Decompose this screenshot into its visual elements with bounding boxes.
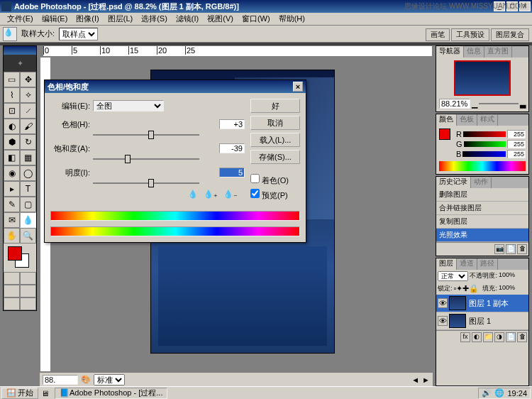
histogram-tab[interactable]: 直方图 (484, 46, 512, 58)
quicklaunch-icon[interactable]: 🖥 (41, 389, 49, 398)
pen-tool[interactable]: ✎ (4, 197, 20, 212)
paths-tab[interactable]: 路径 (477, 258, 498, 270)
stamp-tool[interactable]: ⬢ (4, 134, 20, 150)
layer-item[interactable]: 👁 图层 1 (436, 312, 528, 330)
b-slider[interactable] (462, 151, 506, 157)
styles-tab[interactable]: 样式 (477, 114, 498, 126)
history-item[interactable]: 复制图层 (436, 215, 528, 229)
hue-input[interactable] (219, 119, 245, 129)
menu-file[interactable]: 文件(E) (3, 13, 38, 24)
colorize-checkbox[interactable]: 着色(O) (250, 173, 300, 187)
type-tool[interactable]: T (20, 181, 36, 197)
eyedropper-tool-icon[interactable]: 💧 (3, 27, 17, 41)
opacity-value[interactable]: 100% (499, 271, 527, 281)
save-button[interactable]: 存储(S)... (250, 150, 300, 164)
toolbox-drag-handle[interactable] (4, 46, 36, 55)
eyedropper-add-icon[interactable]: 💧₊ (204, 190, 218, 199)
history-item[interactable]: 合并链接图层 (436, 202, 528, 215)
dialog-titlebar[interactable]: 色相/饱和度 × (45, 80, 306, 93)
navigator-tab[interactable]: 导航器 (436, 46, 464, 58)
layer-comps-tab[interactable]: 图层复合 (491, 28, 529, 41)
r-value[interactable]: 255 (507, 130, 526, 138)
edit-select[interactable]: 全图 (93, 100, 164, 111)
zoom-tool[interactable]: 🔍 (20, 228, 36, 244)
menu-filter[interactable]: 滤镜(I) (172, 13, 203, 24)
new-folder-icon[interactable]: 📁 (483, 332, 493, 342)
navigator-thumbnail[interactable] (454, 60, 511, 96)
preview-checkbox[interactable]: 预览(P) (250, 187, 300, 202)
menu-layer[interactable]: 图层(L) (104, 13, 137, 24)
menu-select[interactable]: 选择(S) (137, 13, 172, 24)
shape-tool[interactable]: ▢ (20, 197, 36, 212)
new-layer-icon[interactable]: 📄 (506, 332, 516, 342)
menu-help[interactable]: 帮助(H) (275, 13, 309, 24)
scroll-left-icon[interactable]: ◄ (411, 376, 419, 384)
screen-mode-1[interactable] (4, 285, 20, 297)
move-tool[interactable]: ✥ (20, 72, 36, 87)
notes-tool[interactable]: ✉ (4, 212, 20, 228)
layer-mask-icon[interactable]: ◐ (472, 332, 482, 342)
brush-tool[interactable]: 🖌 (20, 119, 36, 134)
blend-mode-select[interactable]: 正常 (438, 271, 468, 281)
swatches-tab[interactable]: 色板 (457, 114, 477, 126)
path-tool[interactable]: ▸ (4, 181, 20, 197)
layer-style-icon[interactable]: fx (460, 332, 470, 342)
history-tab[interactable]: 历史记录 (436, 177, 471, 188)
scroll-right-icon[interactable]: ► (422, 376, 430, 384)
new-snapshot-icon[interactable]: 📷 (494, 244, 504, 254)
blur-tool[interactable]: ◉ (4, 165, 20, 181)
lasso-tool[interactable]: ⌇ (4, 87, 20, 103)
history-item-active[interactable]: 光照效果 (436, 229, 528, 242)
cancel-button[interactable]: 取消 (250, 116, 300, 130)
screen-mode-3[interactable] (4, 297, 20, 310)
info-tab[interactable]: 信息 (464, 46, 484, 58)
sample-size-select[interactable]: 取样点 (59, 28, 98, 40)
lightness-input[interactable] (219, 168, 245, 177)
eyedropper-tool[interactable]: 💧 (20, 212, 36, 228)
dodge-tool[interactable]: ◯ (20, 165, 36, 181)
zoom-slider[interactable] (479, 103, 519, 104)
dialog-close-button[interactable]: × (293, 82, 303, 92)
quickmask-mode[interactable] (20, 272, 36, 285)
crop-tool[interactable]: ⊡ (4, 103, 20, 119)
menu-window[interactable]: 窗口(W) (238, 13, 275, 24)
tray-icon[interactable]: 🌐 (494, 388, 504, 398)
history-item[interactable]: 删除图层 (436, 188, 528, 202)
menu-image[interactable]: 图像(I) (72, 13, 103, 24)
color-tab[interactable]: 颜色 (436, 114, 457, 126)
screen-mode-2[interactable] (20, 285, 36, 297)
jump-to-button[interactable] (20, 297, 36, 310)
wand-tool[interactable]: ✧ (20, 87, 36, 103)
trash-icon[interactable]: 🗑 (517, 244, 527, 254)
status-mode-select[interactable]: 标准 (94, 374, 125, 386)
visibility-icon[interactable]: 👁 (438, 298, 448, 308)
eyedropper-icon[interactable]: 💧 (188, 190, 198, 199)
b-value[interactable]: 255 (507, 150, 526, 158)
adjustment-icon[interactable]: ◑ (494, 332, 504, 342)
r-slider[interactable] (463, 131, 506, 137)
zoom-out-icon[interactable]: ▁ (472, 99, 477, 109)
lock-icons[interactable]: ▫✦✚🔒 (454, 284, 480, 293)
eraser-tool[interactable]: ◧ (4, 150, 20, 165)
menu-view[interactable]: 视图(V) (203, 13, 238, 24)
tray-icon[interactable]: 🔊 (482, 388, 492, 398)
g-slider[interactable] (464, 141, 506, 147)
load-button[interactable]: 载入(L)... (250, 133, 300, 147)
tool-presets-tab[interactable]: 工具预设 (451, 28, 489, 41)
taskbar-task[interactable]: 📘 Adobe Photoshop - [过程... (55, 388, 167, 399)
color-fg-swatch[interactable] (439, 129, 450, 140)
layers-tab[interactable]: 图层 (436, 258, 457, 270)
history-brush-tool[interactable]: ↻ (20, 134, 36, 150)
brushes-tab[interactable]: 画笔 (426, 28, 450, 41)
fill-value[interactable]: 100% (499, 284, 527, 293)
g-value[interactable]: 255 (507, 140, 526, 148)
hue-slider[interactable] (93, 134, 199, 136)
actions-tab[interactable]: 动作 (471, 177, 492, 188)
slice-tool[interactable]: ⟋ (20, 103, 36, 119)
color-ramp[interactable] (439, 161, 526, 171)
layer-item-active[interactable]: 👁 图层 1 副本 (436, 295, 528, 312)
heal-tool[interactable]: ◐ (4, 119, 20, 134)
gradient-tool[interactable]: ▦ (20, 150, 36, 165)
eyedropper-sub-icon[interactable]: 💧₋ (223, 190, 238, 199)
navigator-zoom[interactable]: 88.21% (439, 99, 470, 109)
